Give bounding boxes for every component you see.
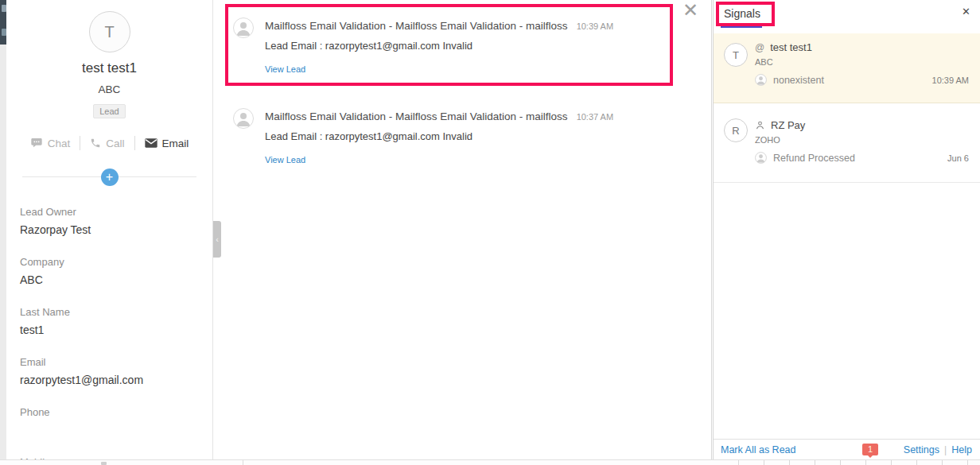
notification-time: 10:39 AM <box>577 21 613 31</box>
settings-link[interactable]: Settings <box>904 444 939 455</box>
person-avatar-icon <box>233 17 254 38</box>
divider <box>243 460 243 465</box>
person-icon <box>755 120 765 130</box>
person-avatar-icon <box>233 108 254 129</box>
notification-item[interactable]: Mailfloss Email Validation - Mailfloss E… <box>228 98 670 180</box>
lead-action-bar: Chat Call Email <box>6 136 212 150</box>
field-company: Company ABC <box>20 256 212 287</box>
field-last-name: Last Name test1 <box>20 306 212 337</box>
lead-company: ABC <box>6 83 212 95</box>
table-edge-fragment <box>714 460 980 465</box>
notification-title: Mailfloss Email Validation - Mailfloss E… <box>265 110 568 122</box>
field-label: Email <box>20 356 212 368</box>
signal-item[interactable]: T @ test test1 ABC nonexistent 10:39 AM <box>714 33 980 103</box>
background-app-edge <box>0 0 6 459</box>
notification-content: Mailfloss Email Validation - Mailfloss E… <box>265 110 663 166</box>
notification-panel: ‹ ✕ Mailfloss Email Validation - Mailflo… <box>213 0 712 459</box>
avatar: T <box>724 43 748 67</box>
field-value: test1 <box>20 324 212 337</box>
signals-header: Signals ✕ <box>714 0 980 33</box>
avatar-letter: R <box>732 125 739 137</box>
close-icon[interactable]: ✕ <box>962 6 970 17</box>
call-button[interactable]: Call <box>80 138 134 149</box>
field-label: Lead Owner <box>20 206 212 218</box>
signal-event: nonexistent <box>773 75 824 86</box>
field-value: Razorpay Test <box>20 223 212 237</box>
signal-content: RZ Pay ZOHO Refund Processed Jun 6 <box>755 119 969 164</box>
signals-panel: Signals ✕ T @ test test1 ABC nonexi <box>713 0 980 459</box>
divider: | <box>944 444 947 455</box>
field-email: Email razorpytest1@gmail.com <box>20 356 212 387</box>
chat-button[interactable]: Chat <box>21 137 80 149</box>
call-label: Call <box>106 138 124 149</box>
email-signal-icon: @ <box>755 43 764 52</box>
envelope-icon <box>145 138 158 148</box>
crm-lead-overlay: T test test1 ABC Lead Chat Call <box>0 0 980 465</box>
quick-add-divider: + <box>6 169 212 186</box>
field-label: Phone <box>20 406 212 418</box>
notification-body: Lead Email : razorpytest1@gmail.com Inva… <box>265 130 663 142</box>
lead-type-badge: Lead <box>93 104 125 118</box>
field-label: Last Name <box>20 306 212 318</box>
notification-title: Mailfloss Email Validation - Mailfloss E… <box>265 20 568 32</box>
field-value: ABC <box>20 273 212 287</box>
help-link[interactable]: Help <box>951 444 972 455</box>
unread-count-badge: 1 <box>862 444 878 455</box>
person-avatar-icon <box>755 152 767 164</box>
page-bottom-edge <box>0 459 980 465</box>
signals-tab[interactable]: Signals <box>716 2 775 26</box>
person-avatar-icon <box>755 74 767 86</box>
mark-all-read-link[interactable]: Mark All as Read <box>721 444 795 455</box>
field-value <box>20 424 212 437</box>
avatar-letter: T <box>733 49 739 61</box>
email-button[interactable]: Email <box>135 138 199 149</box>
field-value: razorpytest1@gmail.com <box>20 374 212 387</box>
collapse-sidebar-handle[interactable]: ‹ <box>213 221 221 258</box>
view-lead-link[interactable]: View Lead <box>265 155 305 165</box>
notification-item[interactable]: Mailfloss Email Validation - Mailfloss E… <box>225 4 673 86</box>
phone-icon <box>90 138 101 149</box>
signal-content: @ test test1 ABC nonexistent 10:39 AM <box>755 41 969 86</box>
signal-item[interactable]: R RZ Pay ZOHO Refund Processed Jun 6 <box>714 103 980 183</box>
avatar-letter: T <box>104 23 114 41</box>
signal-time: 10:39 AM <box>932 76 969 85</box>
lead-name: test test1 <box>6 60 212 76</box>
field-lead-owner: Lead Owner Razorpay Test <box>20 206 212 237</box>
signal-name: RZ Pay <box>771 119 805 131</box>
signals-footer: Mark All as Read 1 Settings | Help <box>714 439 980 459</box>
lead-fields: Lead Owner Razorpay Test Company ABC Las… <box>6 206 212 465</box>
notification-content: Mailfloss Email Validation - Mailfloss E… <box>265 20 663 76</box>
signal-time: Jun 6 <box>947 153 969 163</box>
avatar: T <box>89 11 130 52</box>
add-button[interactable]: + <box>101 169 119 186</box>
signal-company: ZOHO <box>755 135 969 145</box>
background-nav-edge <box>0 0 6 45</box>
chat-label: Chat <box>48 138 71 149</box>
signal-company: ABC <box>755 57 969 67</box>
signals-title: Signals <box>724 7 760 20</box>
avatar: R <box>724 118 748 142</box>
signal-event: Refund Processed <box>773 153 855 164</box>
field-phone: Phone <box>20 406 212 437</box>
close-icon[interactable]: ✕ <box>682 0 698 21</box>
notification-body: Lead Email : razorpytest1@gmail.com Inva… <box>265 40 663 52</box>
bottom-edge-fragment <box>101 462 107 465</box>
signal-name: test test1 <box>770 41 812 53</box>
field-label: Company <box>20 256 212 268</box>
chat-icon <box>30 137 43 149</box>
notification-time: 10:37 AM <box>577 112 613 122</box>
email-label: Email <box>162 138 189 149</box>
lead-detail-sidebar: T test test1 ABC Lead Chat Call <box>6 0 213 459</box>
view-lead-link[interactable]: View Lead <box>265 64 305 74</box>
